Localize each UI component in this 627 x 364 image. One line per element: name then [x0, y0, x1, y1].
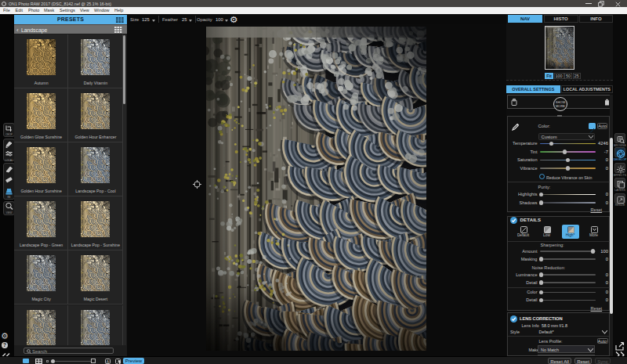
svg-text:CROP: CROP: [5, 132, 13, 135]
svg-text:RE: RE: [7, 196, 10, 199]
svg-text:LOCAL: LOCAL: [5, 158, 13, 161]
svg-text:VIEW: VIEW: [5, 211, 12, 214]
